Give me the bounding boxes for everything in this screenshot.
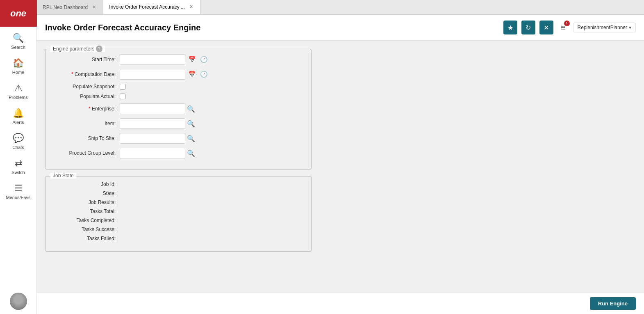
sidebar: one 🔍 Search 🏠 Home ⚠ Problems 🔔 Alerts …: [0, 0, 37, 314]
tab-label: RPL Neo Dashboard: [43, 5, 88, 10]
item-search-btn[interactable]: 🔍: [187, 120, 195, 128]
start-time-field: 📅 🕐: [120, 54, 209, 65]
tasks-completed-row: Tasks Completed:: [52, 218, 305, 223]
star-icon: ★: [507, 24, 513, 32]
tab-close-invoke[interactable]: ✕: [188, 3, 194, 10]
computation-date-clock-btn[interactable]: 🕐: [199, 70, 209, 78]
job-results-label: Job Results:: [52, 199, 120, 205]
ship-to-site-label: Ship To Site:: [52, 135, 120, 141]
tasks-failed-label: Tasks Failed:: [52, 236, 120, 241]
ship-to-site-row: Ship To Site: 🔍: [52, 133, 305, 144]
refresh-icon: ↻: [526, 24, 531, 32]
item-input[interactable]: [120, 118, 185, 129]
user-info: ReplenishmentPlanner: [578, 25, 627, 30]
ship-to-site-input[interactable]: [120, 133, 185, 144]
user-name: ReplenishmentPlanner: [578, 25, 627, 30]
enterprise-input[interactable]: [120, 103, 185, 114]
tab-invoke-order[interactable]: Invoke Order Forecast Accuracy ... ✕: [103, 0, 200, 14]
switch-icon: ⇄: [15, 158, 22, 169]
populate-actual-checkbox[interactable]: [120, 94, 125, 99]
notification-badge: 1: [564, 21, 570, 26]
page-header: Invoke Order Forecast Accuracy Engine ★ …: [37, 15, 644, 41]
tasks-success-value: [120, 227, 305, 232]
enterprise-label: Enterprise:: [52, 106, 120, 112]
sidebar-item-chats[interactable]: 💬 Chats: [0, 129, 36, 154]
populate-actual-row: Populate Actual:: [52, 94, 305, 99]
run-engine-button[interactable]: Run Engine: [590, 297, 636, 310]
search-icon: 🔍: [13, 33, 24, 44]
close-button[interactable]: ✕: [539, 21, 553, 34]
switch-area: ⇄ Switch: [0, 154, 36, 179]
sidebar-item-label: Search: [11, 45, 25, 50]
refresh-button[interactable]: ↻: [521, 21, 535, 34]
item-row: Item: 🔍: [52, 118, 305, 129]
start-time-input[interactable]: [120, 54, 185, 65]
menu-button[interactable]: ≡ 1: [558, 21, 569, 34]
tab-close-rpl-neo[interactable]: ✕: [91, 4, 97, 11]
enterprise-field: 🔍: [120, 103, 195, 114]
sidebar-item-alerts[interactable]: 🔔 Alerts: [0, 104, 36, 129]
product-group-level-input[interactable]: [120, 148, 185, 158]
ship-to-site-search-btn[interactable]: 🔍: [187, 135, 195, 142]
sidebar-item-home[interactable]: 🏠 Home: [0, 54, 36, 79]
sidebar-item-switch[interactable]: ⇄ Switch: [0, 154, 36, 179]
menus-icon: ☰: [14, 183, 23, 194]
avatar[interactable]: [10, 293, 27, 310]
favorite-button[interactable]: ★: [503, 21, 517, 34]
dropdown-arrow-icon: ▾: [629, 25, 631, 30]
sidebar-bottom: [0, 293, 36, 314]
job-results-row: Job Results:: [52, 199, 305, 205]
tasks-completed-value: [120, 218, 305, 223]
start-time-label: Start Time:: [52, 57, 120, 62]
tasks-failed-row: Tasks Failed:: [52, 236, 305, 241]
close-icon: ✕: [544, 24, 549, 32]
main-content: RPL Neo Dashboard ✕ Invoke Order Forecas…: [37, 0, 644, 314]
sidebar-item-label: Menus/Favs: [6, 195, 31, 200]
ship-to-site-field: 🔍: [120, 133, 195, 144]
problems-icon: ⚠: [14, 83, 23, 94]
product-group-level-search-btn[interactable]: 🔍: [187, 149, 195, 157]
populate-snapshot-row: Populate Snapshot:: [52, 84, 305, 89]
enterprise-row: Enterprise: 🔍: [52, 103, 305, 114]
app-logo[interactable]: one: [0, 0, 37, 27]
state-row: State:: [52, 190, 305, 196]
tasks-total-row: Tasks Total:: [52, 209, 305, 214]
enterprise-search-btn[interactable]: 🔍: [187, 105, 195, 113]
tasks-failed-value: [120, 236, 305, 241]
computation-date-label: Computation Date:: [52, 71, 120, 77]
computation-date-calendar-btn[interactable]: 📅: [187, 70, 197, 78]
content-area: Engine parameters ? Start Time: 📅 🕐 Comp…: [37, 41, 644, 293]
sidebar-item-search[interactable]: 🔍 Search: [0, 29, 36, 54]
header-right: ★ ↻ ✕ ≡ 1 ReplenishmentPlanner ▾: [503, 21, 636, 34]
job-results-value: [120, 199, 305, 205]
engine-parameters-section: Engine parameters ? Start Time: 📅 🕐 Comp…: [45, 49, 312, 170]
populate-snapshot-checkbox[interactable]: [120, 84, 125, 89]
populate-snapshot-label: Populate Snapshot:: [52, 84, 120, 89]
tab-rpl-neo[interactable]: RPL Neo Dashboard ✕: [37, 0, 103, 14]
start-time-row: Start Time: 📅 🕐: [52, 54, 305, 65]
page-footer: Run Engine: [37, 293, 644, 314]
product-group-level-label: Product Group Level:: [52, 150, 120, 156]
job-state-legend: Job State: [50, 173, 76, 179]
tab-label: Invoke Order Forecast Accuracy ...: [109, 4, 185, 10]
start-time-clock-btn[interactable]: 🕐: [199, 55, 209, 64]
tasks-success-row: Tasks Success:: [52, 227, 305, 232]
alerts-icon: 🔔: [13, 108, 24, 119]
product-group-level-row: Product Group Level: 🔍: [52, 148, 305, 158]
start-time-calendar-btn[interactable]: 📅: [187, 55, 197, 64]
computation-date-field: 📅 🕐: [120, 69, 209, 80]
product-group-level-field: 🔍: [120, 148, 195, 158]
home-icon: 🏠: [13, 58, 24, 69]
sidebar-item-menus[interactable]: ☰ Menus/Favs: [0, 179, 36, 204]
job-state-section: Job State Job Id: State: Job Results: Ta…: [45, 176, 312, 252]
sidebar-item-problems[interactable]: ⚠ Problems: [0, 79, 36, 104]
help-icon[interactable]: ?: [96, 46, 102, 52]
sidebar-item-label: Chats: [12, 145, 24, 150]
populate-actual-label: Populate Actual:: [52, 94, 120, 99]
user-dropdown[interactable]: ReplenishmentPlanner ▾: [573, 23, 636, 32]
item-label: Item:: [52, 121, 120, 126]
computation-date-input[interactable]: [120, 69, 185, 80]
state-value: [120, 190, 305, 196]
job-id-value: [120, 181, 305, 187]
job-id-label: Job Id:: [52, 181, 120, 187]
